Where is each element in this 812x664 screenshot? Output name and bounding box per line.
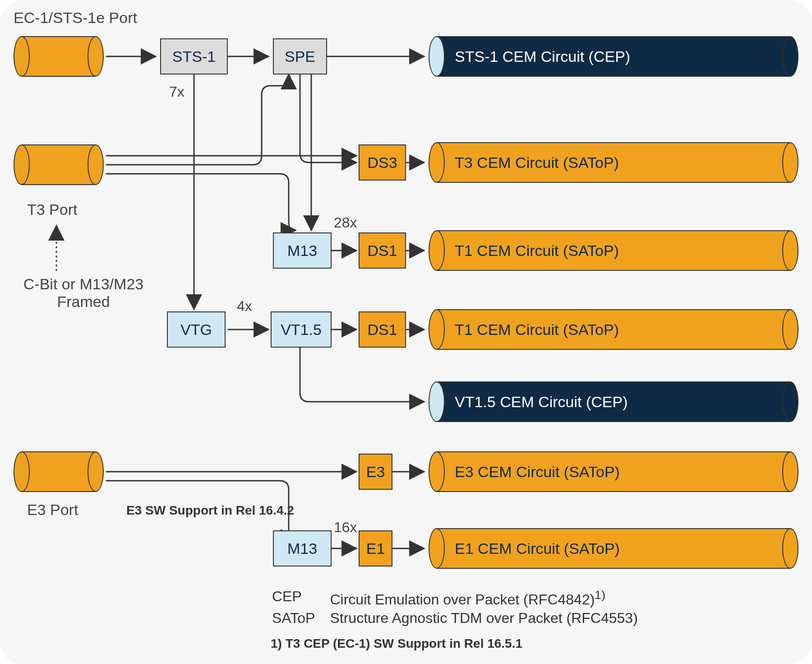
box-e3: E3 — [359, 454, 392, 490]
box-ds3: DS3 — [359, 144, 406, 181]
circuit-sts1: STS-1 CEM Circuit (CEP) — [429, 36, 798, 77]
circuit-label: STS-1 CEM Circuit (CEP) — [437, 48, 630, 65]
legend-satop-key: SAToP — [272, 609, 328, 627]
footnote: 1) T3 CEP (EC-1) SW Support in Rel 16.5.… — [271, 636, 522, 651]
circuit-t1-b: T1 CEM Circuit (SAToP) — [429, 309, 798, 350]
box-e1: E1 — [359, 530, 392, 566]
box-ds1-a: DS1 — [359, 232, 406, 269]
port-e3 — [14, 451, 104, 492]
box-sts1: STS-1 — [160, 38, 228, 74]
circuit-t1-a: T1 CEM Circuit (SAToP) — [429, 230, 798, 271]
circuit-t3: T3 CEM Circuit (SAToP) — [429, 142, 798, 183]
circuit-label: T1 CEM Circuit (SAToP) — [437, 321, 619, 339]
circuit-e1: E1 CEM Circuit (SAToP) — [429, 528, 798, 569]
circuit-label: T1 CEM Circuit (SAToP) — [437, 242, 619, 260]
legend-satop-val: Structure Agnostic TDM over Packet (RFC4… — [329, 609, 638, 627]
circuit-label: VT1.5 CEM Circuit (CEP) — [437, 393, 628, 411]
port-t3 — [14, 144, 104, 185]
legend-cep-val: Circuit Emulation over Packet (RFC4842)1… — [329, 588, 638, 608]
port-ec1 — [14, 36, 104, 77]
box-m13-bottom: M13 — [273, 530, 332, 566]
circuit-e3: E3 CEM Circuit (SAToP) — [429, 451, 798, 492]
legend-cep-key: CEP — [272, 588, 328, 608]
box-vt15: VT1.5 — [271, 311, 332, 348]
diagram-canvas: EC-1/STS-1e Port T3 Port E3 Port C-Bit o… — [0, 0, 812, 664]
circuit-label: T3 CEM Circuit (SAToP) — [437, 154, 619, 172]
legend: CEP Circuit Emulation over Packet (RFC48… — [271, 587, 639, 628]
circuit-vt15: VT1.5 CEM Circuit (CEP) — [429, 381, 798, 422]
circuit-label: E3 CEM Circuit (SAToP) — [437, 463, 620, 481]
box-spe: SPE — [273, 38, 327, 74]
box-m13-top: M13 — [273, 232, 332, 269]
box-vtg: VTG — [167, 311, 226, 348]
box-ds1-b: DS1 — [359, 311, 406, 348]
circuit-label: E1 CEM Circuit (SAToP) — [437, 540, 620, 557]
